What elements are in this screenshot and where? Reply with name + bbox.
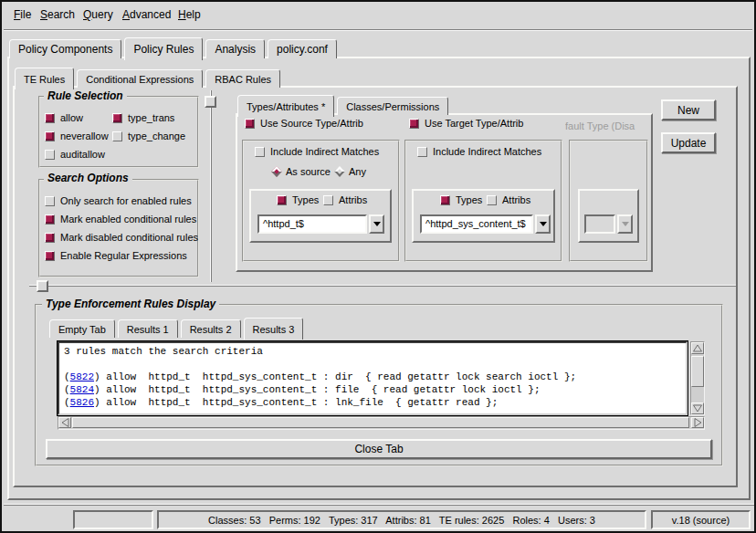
rule-link-5822[interactable]: 5822 [70,371,94,382]
scroll-down-icon[interactable] [691,402,704,414]
results-horizontal-scrollbar[interactable] [58,416,705,430]
source-type-combobox-button[interactable] [369,214,384,234]
close-tab-button[interactable]: Close Tab [46,439,712,459]
default-type-combobox-value [584,214,615,234]
option-allow[interactable]: allow [45,112,83,123]
checkbox-target-attribs-indicator[interactable] [487,195,497,205]
horizontal-scroll-thumb[interactable] [72,417,689,428]
tab-results-1[interactable]: Results 1 [118,319,178,338]
tab-rbac-rules[interactable]: RBAC Rules [205,69,280,88]
source-type-combobox-value[interactable]: ^httpd_t$ [257,214,367,234]
scroll-left-icon[interactable] [58,417,71,428]
option-enabled-rules[interactable]: Only search for enabled rules [45,195,192,206]
source-radio-as-source[interactable]: As source [273,166,331,177]
tab-results-2[interactable]: Results 2 [181,319,241,338]
menu-advanced[interactable]: Advanced [122,8,171,21]
tab-policy-components[interactable]: Policy Components [9,39,121,58]
option-mark-enabled-label: Mark enabled conditional rules [60,214,196,225]
default-type-combobox [584,214,633,234]
scroll-right-icon[interactable] [691,417,704,428]
checkbox-neverallow-indicator[interactable] [45,131,55,141]
results-tab-bar: Empty Tab Results 1 Results 2 Results 3 [49,313,306,338]
tab-policy-rules[interactable]: Policy Rules [124,37,203,60]
source-type-combobox[interactable]: ^httpd_t$ [257,214,384,234]
target-type-combobox[interactable]: ^httpd_sys_content_t$ [420,214,551,234]
rule-link-5826[interactable]: 5826 [70,397,94,408]
menu-file[interactable]: File [14,8,31,21]
search-options-group [38,179,199,277]
checkbox-enabled-rules-indicator[interactable] [45,196,55,206]
radio-any-indicator[interactable] [334,166,344,176]
tab-types-attributes[interactable]: Types/Attributes * [237,95,334,117]
rules-tab-bar: TE Rules Conditional Expressions RBAC Ru… [15,64,283,88]
vertical-sash[interactable] [210,90,212,282]
checkbox-auditallow-indicator[interactable] [45,150,55,160]
menu-query[interactable]: Query [83,8,113,21]
horizontal-sash-handle[interactable] [37,280,48,292]
source-indirect-option[interactable]: Include Indirect Matches [255,146,379,157]
rule-link-5824[interactable]: 5824 [70,384,94,395]
menu-help[interactable]: Help [178,8,201,21]
default-type-combobox-button [617,214,633,234]
target-attribs-option[interactable]: Attribs [487,194,530,205]
menubar-separator [4,29,752,31]
results-display-title: Type Enforcement Rules Display [42,298,219,310]
new-button[interactable]: New [661,99,716,120]
rule-line-1: (5822) allow httpd_t httpd_sys_content_t… [64,371,681,383]
target-indirect-option[interactable]: Include Indirect Matches [417,146,541,157]
option-mark-disabled[interactable]: Mark disabled conditional rules [45,232,198,243]
option-auditallow[interactable]: auditallow [45,149,105,160]
checkbox-regex-indicator[interactable] [45,251,55,261]
tab-empty-tab[interactable]: Empty Tab [49,319,115,338]
tab-results-3[interactable]: Results 3 [244,318,304,340]
target-type-combobox-value[interactable]: ^httpd_sys_content_t$ [420,214,533,234]
checkbox-mark-disabled-indicator[interactable] [45,233,55,243]
horizontal-sash[interactable] [29,285,736,287]
source-radio-any[interactable]: Any [336,166,366,177]
option-neverallow[interactable]: neverallow [45,131,109,141]
option-type-trans-label: type_trans [128,112,174,123]
checkbox-use-source-indicator[interactable] [245,119,255,129]
checkbox-source-attribs-indicator[interactable] [323,195,333,205]
rule-selection-title: Rule Selection [44,89,127,102]
menu-search[interactable]: Search [40,8,75,21]
checkbox-source-types-indicator[interactable] [277,195,287,205]
checkbox-source-indirect-indicator[interactable] [255,147,265,157]
tab-classes-permissions[interactable]: Classes/Permissions [337,97,448,115]
checkbox-target-types-indicator[interactable] [440,195,450,205]
checkbox-mark-enabled-indicator[interactable] [45,214,55,225]
results-summary-line: 3 rules match the search criteria [64,345,681,358]
checkbox-allow-indicator[interactable] [45,113,55,123]
tab-te-rules[interactable]: TE Rules [15,68,74,89]
update-button[interactable]: Update [661,132,716,153]
radio-as-source-indicator[interactable] [271,166,281,176]
vertical-sash-handle[interactable] [205,96,216,108]
option-type-change[interactable]: type_change [112,131,185,141]
tab-conditional-expressions[interactable]: Conditional Expressions [77,69,203,88]
option-mark-enabled[interactable]: Mark enabled conditional rules [45,214,196,225]
checkbox-use-target-indicator[interactable] [409,119,419,129]
target-types-option[interactable]: Types [440,194,482,205]
source-attribs-option[interactable]: Attribs [323,194,367,205]
radio-any-label: Any [349,166,366,177]
scroll-up-icon[interactable] [691,342,704,354]
results-textarea[interactable]: 3 rules match the search criteria (5822)… [58,341,688,415]
use-source-toggle[interactable]: Use Source Type/Attrib [245,118,363,129]
dropdown-arrow-icon [622,222,629,226]
tab-policy-conf[interactable]: policy.conf [268,39,337,58]
option-neverallow-label: neverallow [60,131,109,141]
status-empty-box [73,510,153,529]
checkbox-type-trans-indicator[interactable] [112,113,122,123]
vertical-scroll-thumb[interactable] [691,356,704,387]
checkbox-type-change-indicator[interactable] [112,131,122,141]
tab-analysis[interactable]: Analysis [205,39,265,58]
results-vertical-scrollbar[interactable] [690,341,705,415]
source-types-option[interactable]: Types [277,194,319,205]
checkbox-target-indirect-indicator[interactable] [417,147,427,157]
status-stats: Classes: 53 Perms: 192 Types: 317 Attrib… [157,510,646,529]
target-type-combobox-button[interactable] [535,214,551,234]
use-target-toggle[interactable]: Use Target Type/Attrib [409,118,523,129]
option-regex[interactable]: Enable Regular Expressions [45,250,187,261]
option-type-trans[interactable]: type_trans [112,112,174,123]
app-window: File Search Query Advanced Help Policy C… [0,0,756,533]
